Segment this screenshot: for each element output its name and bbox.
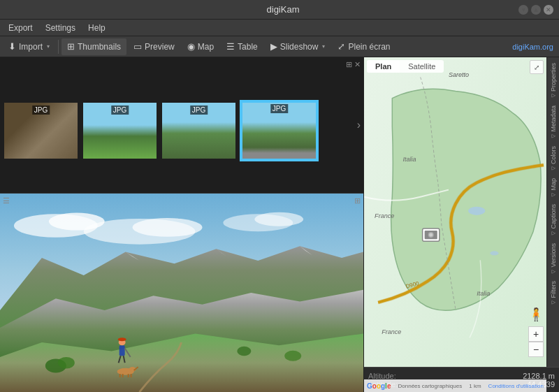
sidebar-item-properties[interactable]: ◁ Properties — [549, 60, 558, 101]
map-bottom-bar: Google Données cartographiques 1 km Cond… — [364, 379, 546, 392]
map-zoom-in-button[interactable]: + — [528, 326, 544, 342]
map-zoom-out-button[interactable]: − — [528, 342, 544, 357]
win-close-button[interactable]: ✕ — [544, 5, 553, 15]
metadata-arrow: ◁ — [551, 133, 556, 139]
map-container[interactable]: Saretto Italia France Italia France D900 — [364, 57, 546, 392]
altitude-value: 2128.1 m — [523, 372, 555, 380]
strip-next-arrow[interactable]: › — [357, 119, 361, 131]
thumb-strip-header: ⊞ ✕ — [0, 57, 363, 71]
svg-text:Saretto: Saretto — [449, 71, 469, 78]
map-arrow: ◁ — [551, 191, 556, 197]
toolbar-import-button[interactable]: ⬇ Import ▾ — [3, 38, 55, 55]
altitude-row: Altitude: 2128.1 m — [368, 372, 555, 380]
map-svg: Saretto Italia France Italia France D900 — [364, 57, 546, 392]
thumbnail-2[interactable]: JPG — [82, 101, 158, 160]
toolbar-thumbnails-button[interactable]: ⊞ Thumbnails — [61, 38, 126, 55]
map-pegman[interactable]: 🧍 — [528, 307, 544, 322]
filters-arrow: ◁ — [551, 300, 556, 305]
map-area: Saretto Italia France Italia France D900… — [364, 57, 546, 392]
preview-image — [0, 194, 363, 392]
import-icon: ⬇ — [8, 41, 16, 52]
menubar: Export Settings Help — [0, 20, 559, 36]
thumbs-container: JPG JPG JPG JPG — [0, 71, 363, 193]
svg-text:Italia: Italia — [477, 290, 490, 297]
window-controls[interactable]: ▾ ▲ ✕ — [518, 5, 553, 15]
fullscreen-icon: ⤢ — [337, 41, 345, 52]
preview-header: ☰ ⊞ — [0, 194, 363, 208]
toolbar-separator-1 — [58, 40, 59, 54]
menu-export[interactable]: Export — [3, 22, 38, 34]
svg-text:France: France — [382, 328, 401, 335]
map-tab-plan[interactable]: Plan — [367, 60, 400, 73]
thumb-strip-expand-icon[interactable]: ⊞ — [346, 60, 352, 69]
toolbar-slideshow-button[interactable]: ▶ Slideshow ▾ — [265, 38, 331, 55]
versions-arrow: ◁ — [551, 268, 556, 274]
preview-icon: ▭ — [133, 41, 142, 52]
toolbar-map-button[interactable]: ◉ Map — [182, 38, 219, 55]
sidebar-item-versions[interactable]: ◁ Versions — [549, 240, 558, 277]
map-scale: 1 km — [469, 383, 481, 389]
captions-arrow: ◁ — [551, 231, 556, 236]
sidebar-item-map[interactable]: ◁ Map — [549, 175, 558, 201]
svg-point-28 — [237, 347, 251, 356]
main-area: ⊞ ✕ JPG JPG JPG — [0, 57, 559, 392]
sidebar-item-metadata[interactable]: ◁ Metadata — [549, 103, 558, 142]
thumbnail-3[interactable]: JPG — [161, 101, 237, 160]
table-icon: ☰ — [226, 41, 235, 52]
colors-arrow: ◁ — [551, 166, 556, 171]
properties-sidebar: ◁ Properties ◁ Metadata ◁ Colors ◁ Map ◁… — [546, 57, 559, 392]
svg-point-4 — [133, 218, 203, 237]
toolbar-preview-button[interactable]: ▭ Preview — [128, 38, 180, 55]
map-icon: ◉ — [187, 41, 195, 52]
preview-area: ☰ ⊞ — [0, 194, 363, 392]
win-minimize-button[interactable]: ▾ — [518, 5, 528, 15]
altitude-label: Altitude: — [368, 372, 396, 380]
map-terms: Conditions d'utilisation — [488, 383, 544, 389]
svg-point-27 — [58, 357, 75, 369]
menu-help[interactable]: Help — [82, 22, 111, 34]
preview-settings-icon[interactable]: ☰ — [3, 196, 10, 205]
toolbar-plein-ecran-button[interactable]: ⤢ Plein écran — [332, 38, 395, 55]
sidebar-item-colors[interactable]: ◁ Colors — [549, 143, 558, 174]
map-zoom-controls: + − — [528, 326, 544, 357]
properties-arrow: ◁ — [551, 93, 556, 99]
thumbnail-1[interactable]: JPG — [3, 101, 79, 160]
sidebar-item-filters[interactable]: ◁ Filters — [549, 278, 558, 308]
svg-point-31 — [468, 207, 485, 215]
slideshow-icon: ▶ — [270, 41, 277, 52]
thumbnail-strip: ⊞ ✕ JPG JPG JPG — [0, 57, 363, 194]
titlebar: digiKam ▾ ▲ ✕ — [0, 0, 559, 20]
menu-settings[interactable]: Settings — [40, 22, 81, 34]
app-title: digiKam — [48, 4, 518, 15]
map-tab-satellite[interactable]: Satellite — [400, 60, 444, 73]
toolbar: ⬇ Import ▾ ⊞ Thumbnails ▭ Preview ◉ Map … — [0, 36, 559, 57]
left-panel: ⊞ ✕ JPG JPG JPG — [0, 57, 364, 392]
svg-point-29 — [284, 351, 301, 361]
svg-point-6 — [254, 212, 303, 226]
right-panel: Saretto Italia France Italia France D900… — [364, 57, 559, 392]
toolbar-table-button[interactable]: ☰ Table — [221, 38, 263, 55]
map-expand-button[interactable]: ⤢ — [530, 60, 544, 74]
sidebar-item-captions[interactable]: ◁ Captions — [549, 201, 558, 239]
thumb-strip-close-icon[interactable]: ✕ — [354, 60, 361, 69]
map-tabs: Plan Satellite — [367, 60, 444, 73]
google-logo: Google — [367, 382, 391, 390]
digikam-link[interactable]: digiKam.org — [512, 43, 553, 51]
win-maximize-button[interactable]: ▲ — [531, 5, 541, 15]
svg-rect-13 — [119, 345, 125, 356]
svg-text:France: France — [375, 212, 394, 219]
slideshow-dropdown-arrow[interactable]: ▾ — [322, 43, 325, 50]
svg-point-36 — [429, 233, 433, 237]
svg-point-15 — [118, 337, 126, 341]
import-dropdown-arrow[interactable]: ▾ — [47, 43, 50, 50]
preview-expand-icon[interactable]: ⊞ — [354, 196, 361, 205]
thumbnails-icon: ⊞ — [67, 41, 75, 52]
svg-point-32 — [490, 251, 498, 255]
thumbnail-4[interactable]: JPG — [240, 100, 319, 161]
map-data-text: Données cartographiques — [398, 383, 463, 389]
svg-text:Italia: Italia — [402, 156, 416, 163]
preview-svg — [0, 194, 363, 392]
